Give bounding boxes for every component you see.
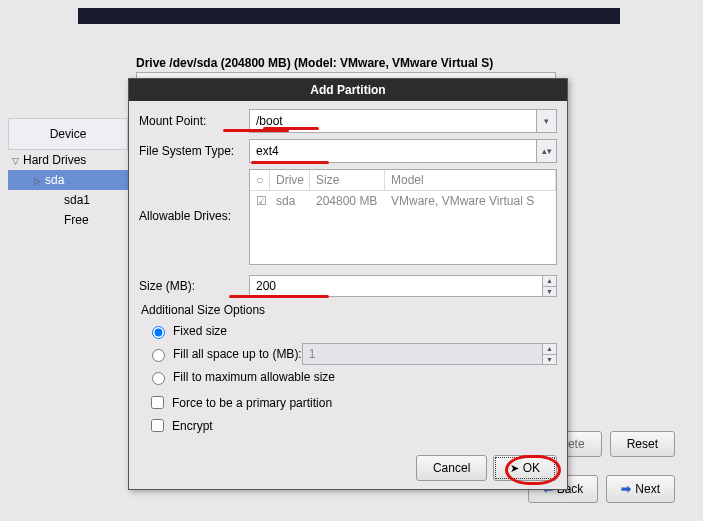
mount-point-row: Mount Point: /boot ▾: [139, 109, 557, 133]
fs-type-value: ext4: [250, 144, 536, 158]
opt-fill-max[interactable]: Fill to maximum allowable size: [147, 369, 557, 385]
opt-fixed-label: Fixed size: [173, 324, 227, 338]
tree-hard-drives[interactable]: Hard Drives: [8, 150, 128, 170]
arrow-right-icon: ➡: [621, 482, 631, 496]
top-dark-bar: [78, 8, 620, 24]
opt-fill-up-to[interactable]: Fill all space up to (MB): ▲▼: [147, 343, 557, 365]
chevron-down-icon[interactable]: ▾: [536, 110, 556, 132]
updown-icon[interactable]: ▴▾: [536, 140, 556, 162]
opt-fill-max-label: Fill to maximum allowable size: [173, 370, 335, 384]
force-primary-label: Force to be a primary partition: [172, 396, 332, 410]
drive-name: sda: [270, 191, 310, 211]
fs-type-label: File System Type:: [139, 144, 249, 158]
encrypt-label: Encrypt: [172, 419, 213, 433]
cursor-icon: ➤: [510, 462, 519, 474]
cancel-button[interactable]: Cancel: [416, 455, 487, 481]
fill-up-spin-buttons: ▲▼: [542, 344, 556, 364]
mount-point-combo[interactable]: /boot ▾: [249, 109, 557, 133]
fill-up-input: [303, 344, 534, 364]
drives-header: ○ Drive Size Model: [250, 170, 556, 191]
additional-size-label: Additional Size Options: [141, 303, 557, 317]
dialog-footer: Cancel ➤ OK: [129, 447, 567, 489]
device-tree: Device Hard Drives sda sda1 Free: [8, 118, 128, 230]
drive-size: 204800 MB: [310, 191, 385, 211]
size-label: Size (MB):: [139, 279, 249, 293]
drives-row: Allowable Drives: ○ Drive Size Model ☑ s…: [139, 169, 557, 265]
fill-up-spinner: ▲▼: [302, 343, 557, 365]
encrypt-row[interactable]: Encrypt: [147, 416, 557, 435]
size-spin-buttons[interactable]: ▲▼: [542, 276, 556, 296]
drive-model: VMware, VMware Virtual S: [385, 191, 556, 211]
tree-free[interactable]: Free: [8, 210, 128, 230]
next-button[interactable]: ➡ Next: [606, 475, 675, 503]
drives-header-drive: Drive: [270, 170, 310, 190]
fs-type-row: File System Type: ext4 ▴▾: [139, 139, 557, 163]
dialog-title: Add Partition: [129, 79, 567, 101]
fs-type-combo[interactable]: ext4 ▴▾: [249, 139, 557, 163]
tree-sda[interactable]: sda: [8, 170, 128, 190]
drives-header-model: Model: [385, 170, 556, 190]
force-primary-row[interactable]: Force to be a primary partition: [147, 393, 557, 412]
ok-button[interactable]: ➤ OK: [493, 455, 557, 481]
drives-row-item[interactable]: ☑ sda 204800 MB VMware, VMware Virtual S: [250, 191, 556, 211]
opt-fill-up-label: Fill all space up to (MB):: [173, 347, 302, 361]
next-label: Next: [635, 482, 660, 496]
size-row: Size (MB): ▲▼: [139, 275, 557, 297]
drives-header-size: Size: [310, 170, 385, 190]
mount-point-label: Mount Point:: [139, 114, 249, 128]
add-partition-dialog: Add Partition Mount Point: /boot ▾ File …: [128, 78, 568, 490]
drives-header-check: ○: [250, 170, 270, 190]
encrypt-checkbox[interactable]: [151, 419, 164, 432]
tree-sda1[interactable]: sda1: [8, 190, 128, 210]
radio-fill-max[interactable]: [152, 372, 165, 385]
force-primary-checkbox[interactable]: [151, 396, 164, 409]
mount-point-value: /boot: [250, 114, 536, 128]
allowable-drives-label: Allowable Drives:: [139, 209, 249, 223]
drive-info-label: Drive /dev/sda (204800 MB) (Model: VMwar…: [136, 56, 493, 70]
allowable-drives-list[interactable]: ○ Drive Size Model ☑ sda 204800 MB VMwar…: [249, 169, 557, 265]
radio-fill-up[interactable]: [152, 349, 165, 362]
reset-button[interactable]: Reset: [610, 431, 675, 457]
size-input[interactable]: [250, 276, 542, 296]
device-column-header: Device: [8, 118, 128, 150]
size-spinner[interactable]: ▲▼: [249, 275, 557, 297]
opt-fixed-size[interactable]: Fixed size: [147, 323, 557, 339]
drive-checkbox[interactable]: ☑: [250, 191, 270, 211]
radio-fixed[interactable]: [152, 326, 165, 339]
